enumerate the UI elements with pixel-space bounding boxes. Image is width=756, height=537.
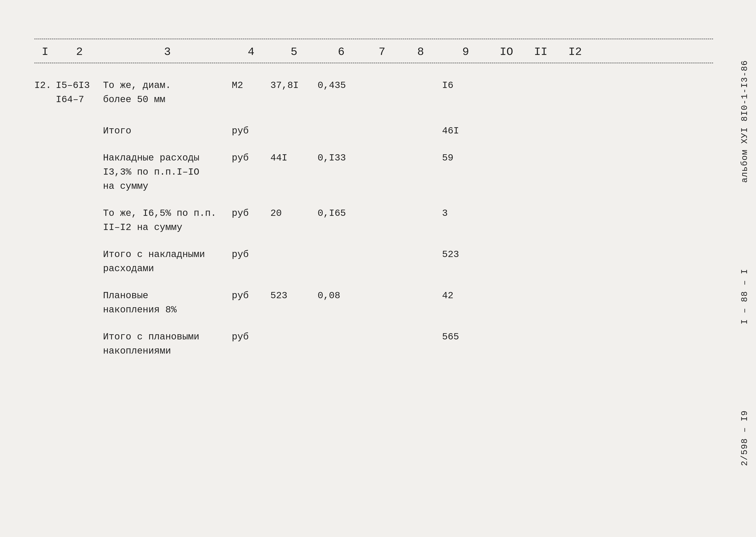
cell: I6 <box>442 78 489 93</box>
header-col-6: 6 <box>317 46 365 58</box>
header-col-1: I <box>34 46 56 58</box>
cell: руб <box>232 247 271 262</box>
header-col-3: 3 <box>103 46 232 58</box>
table-row: Плановые накопления 8%руб5230,0842 <box>34 282 713 323</box>
cell: 0,I33 <box>317 151 365 165</box>
cell: Итого с накладными расходами <box>103 247 232 276</box>
cell: 37,8I <box>271 78 317 93</box>
cell: 46I <box>442 124 489 138</box>
header-row: I 2 3 4 5 6 7 8 9 <box>34 46 713 63</box>
cell: 523 <box>271 289 317 303</box>
header-col-8: 8 <box>399 46 442 58</box>
sidebar-right: альбом ХУI 8I0-1-I3-86 I – 88 – I 2/598 … <box>740 60 750 466</box>
cell: 20 <box>271 206 317 220</box>
cell: руб <box>232 289 271 303</box>
sidebar-bottom-text: 2/598 – I9 <box>740 410 750 466</box>
cell: То же, I6,5% по п.п. II–I2 на сумму <box>103 206 232 234</box>
cell: 523 <box>442 247 489 262</box>
header-col-7: 7 <box>365 46 399 58</box>
table-row: Накладные расходы I3,3% по п.п.I–IO на с… <box>34 145 713 200</box>
cell: То же, диам. более 50 мм <box>103 78 232 106</box>
table-row: Итогоруб46I <box>34 117 713 145</box>
header-col-10: IO <box>489 46 524 58</box>
rows-container: I2.I5–6I3 I64–7То же, диам. более 50 ммМ… <box>34 72 713 364</box>
header-col-5: 5 <box>271 46 317 58</box>
cell: 42 <box>442 289 489 303</box>
cell: 3 <box>442 206 489 220</box>
top-dashed-line <box>34 39 713 39</box>
cell: М2 <box>232 78 271 93</box>
cell: руб <box>232 206 271 220</box>
cell: 0,I65 <box>317 206 365 220</box>
cell: 44I <box>271 151 317 165</box>
table-row: Итого с плановыми накоплениямируб565 <box>34 323 713 364</box>
cell: 59 <box>442 151 489 165</box>
cell: 0,08 <box>317 289 365 303</box>
table-row: Итого с накладными расходамируб523 <box>34 241 713 282</box>
cell: 0,435 <box>317 78 365 93</box>
sidebar-top-text: альбом ХУI 8I0-1-I3-86 <box>740 60 750 183</box>
cell: Итого с плановыми накоплениями <box>103 330 232 358</box>
table-row: I2.I5–6I3 I64–7То же, диам. более 50 ммМ… <box>34 72 713 117</box>
table-row: То же, I6,5% по п.п. II–I2 на суммуруб20… <box>34 200 713 241</box>
header-col-11: II <box>524 46 558 58</box>
cell: I2. <box>34 78 56 93</box>
cell: руб <box>232 330 271 344</box>
cell: руб <box>232 151 271 165</box>
cell: 565 <box>442 330 489 344</box>
header-col-2: 2 <box>56 46 103 58</box>
sidebar-middle-text: I – 88 – I <box>740 268 750 324</box>
cell: Итого <box>103 124 232 138</box>
header-col-9: 9 <box>442 46 489 58</box>
header-col-4: 4 <box>232 46 271 58</box>
table: I 2 3 4 5 6 7 8 9 <box>34 46 713 364</box>
header-col-12: I2 <box>558 46 592 58</box>
cell: Накладные расходы I3,3% по п.п.I–IO на с… <box>103 151 232 193</box>
cell: руб <box>232 124 271 138</box>
cell: I5–6I3 I64–7 <box>56 78 103 106</box>
page: I 2 3 4 5 6 7 8 9 <box>0 0 756 537</box>
cell: Плановые накопления 8% <box>103 289 232 317</box>
